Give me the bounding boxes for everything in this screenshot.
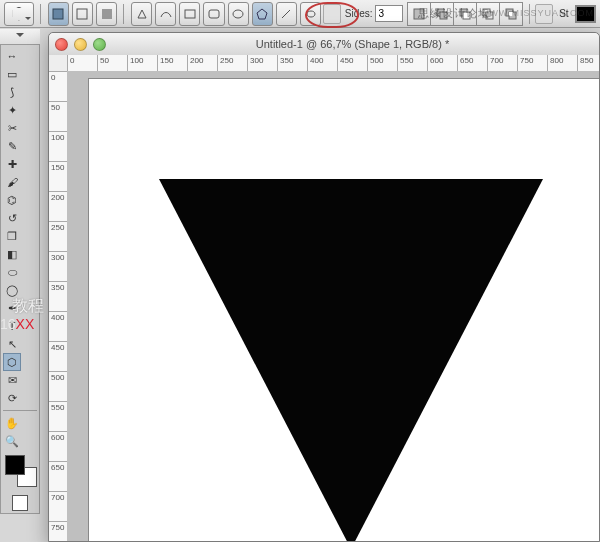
shape-options-dropdown[interactable] — [323, 4, 341, 24]
canvas-viewport[interactable] — [67, 71, 599, 541]
marquee-tool[interactable]: ▭ — [3, 65, 21, 83]
history-brush-tool[interactable]: ↺ — [3, 209, 21, 227]
toolbox-panel: ↔▭⟆✦✂✎✚🖌⌬↺❐◧⬭◯✒T↖⬡✉⟳✋🔍 — [0, 44, 40, 514]
vertical-ruler[interactable]: 0501001502002503003504004505005506006507… — [49, 71, 68, 541]
watermark-canvas-line2: 16XX — [0, 316, 34, 332]
brush-tool[interactable]: 🖌 — [3, 173, 21, 191]
window-minimize-button[interactable] — [74, 38, 87, 51]
document-window: Untitled-1 @ 66,7% (Shape 1, RGB/8) * 05… — [48, 32, 600, 542]
tool-preset-picker[interactable] — [4, 2, 34, 26]
window-zoom-button[interactable] — [93, 38, 106, 51]
rounded-rect-shape-icon[interactable] — [203, 2, 224, 26]
shape-triangle[interactable] — [159, 179, 543, 541]
paths-mode-button[interactable] — [72, 2, 93, 26]
svg-rect-1 — [77, 9, 87, 19]
path-selection-tool[interactable]: ↖ — [3, 335, 21, 353]
artboard[interactable] — [89, 79, 599, 541]
svg-point-5 — [233, 10, 243, 18]
toolbox-menu-strip[interactable] — [0, 29, 40, 45]
watermark-canvas-line1: 教程 — [12, 296, 44, 317]
svg-marker-6 — [257, 9, 267, 19]
blur-tool[interactable]: ⬭ — [3, 263, 21, 281]
svg-rect-4 — [209, 10, 219, 18]
window-close-button[interactable] — [55, 38, 68, 51]
lasso-tool[interactable]: ⟆ — [3, 83, 21, 101]
window-titlebar[interactable]: Untitled-1 @ 66,7% (Shape 1, RGB/8) * — [49, 33, 599, 56]
ellipse-shape-icon[interactable] — [228, 2, 249, 26]
polygon-icon — [12, 7, 26, 21]
color-swatches[interactable] — [3, 453, 37, 491]
fill-pixels-mode-button[interactable] — [96, 2, 117, 26]
line-shape-icon[interactable] — [276, 2, 297, 26]
svg-rect-3 — [185, 10, 195, 18]
svg-marker-19 — [159, 179, 543, 541]
3d-rotate-tool[interactable]: ⟳ — [3, 389, 21, 407]
rect-shape-icon[interactable] — [179, 2, 200, 26]
crop-tool[interactable]: ✂ — [3, 119, 21, 137]
svg-rect-0 — [53, 9, 63, 19]
shape-layers-mode-button[interactable] — [48, 2, 69, 26]
svg-rect-2 — [102, 9, 112, 19]
svg-line-7 — [282, 10, 290, 18]
freeform-pen-icon[interactable] — [155, 2, 176, 26]
polygon-tool[interactable]: ⬡ — [3, 353, 21, 371]
move-tool[interactable]: ↔ — [3, 47, 21, 65]
standard-mode-button[interactable] — [12, 495, 28, 511]
eraser-tool[interactable]: ❐ — [3, 227, 21, 245]
clone-stamp-tool[interactable]: ⌬ — [3, 191, 21, 209]
ruler-origin[interactable] — [49, 55, 68, 72]
eyedropper-tool[interactable]: ✎ — [3, 137, 21, 155]
healing-brush-tool[interactable]: ✚ — [3, 155, 21, 173]
document-title: Untitled-1 @ 66,7% (Shape 1, RGB/8) * — [112, 38, 593, 50]
gradient-tool[interactable]: ◧ — [3, 245, 21, 263]
horizontal-ruler[interactable]: 0501001502002503003504004505005506006507… — [67, 55, 599, 72]
notes-tool[interactable]: ✉ — [3, 371, 21, 389]
quick-mask-row — [3, 495, 37, 511]
zoom-tool[interactable]: 🔍 — [3, 432, 21, 450]
hand-tool[interactable]: ✋ — [3, 414, 21, 432]
magic-wand-tool[interactable]: ✦ — [3, 101, 21, 119]
foreground-color-swatch[interactable] — [5, 455, 25, 475]
sides-label: Sides: — [345, 8, 373, 19]
pen-shape-icon[interactable] — [131, 2, 152, 26]
watermark-url-text: WWW.MISSYUAN.COM — [480, 8, 594, 18]
custom-shape-icon[interactable] — [300, 2, 321, 26]
chevron-down-icon — [25, 17, 31, 23]
sides-input[interactable] — [375, 5, 403, 22]
chevron-down-icon — [16, 33, 24, 41]
polygon-shape-icon[interactable] — [252, 2, 273, 26]
